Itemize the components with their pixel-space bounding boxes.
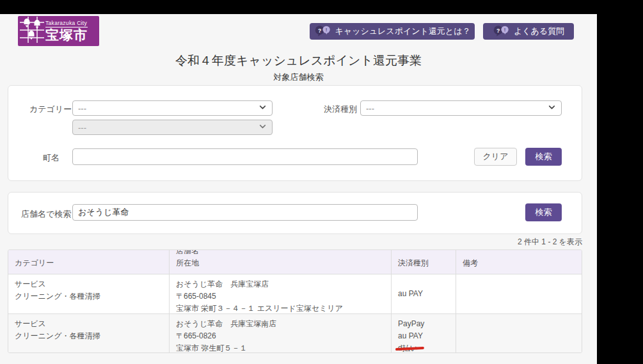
results-count: 2 件中 1 - 2 を表示 xyxy=(8,237,582,248)
chevron-down-icon xyxy=(258,103,267,113)
filter-search-button[interactable]: 検索 xyxy=(525,148,562,166)
faq-button[interactable]: ? ! よくある質問 xyxy=(483,23,574,40)
payment-type-select[interactable]: --- xyxy=(360,100,562,116)
logo-city-name: 宝塚市 xyxy=(45,28,88,42)
cell-store-address: おそうじ革命 兵庫宝塚店 〒665-0845 宝塚市 栄町３－４－１ エスリード… xyxy=(170,274,392,314)
logo-text: Takarazuka City 宝塚市 xyxy=(45,20,90,42)
header-note: 備考 xyxy=(456,250,582,274)
page-subtitle: 対象店舗検索 xyxy=(0,72,597,83)
chevron-down-icon xyxy=(548,103,556,113)
annotated-payment: d払い xyxy=(398,342,418,352)
category-select[interactable]: --- xyxy=(72,100,273,116)
cell-category: サービス クリーニング・各種清掃 xyxy=(8,274,170,314)
store-name-search-label: 店舗名で検索 xyxy=(21,209,71,220)
payment-type-label: 決済種別 xyxy=(324,104,357,115)
header-store-address: 店舗名 所在地 xyxy=(170,250,392,274)
page-background: Takarazuka City 宝塚市 ? ! キャッシュレスポイント還元とは？ xyxy=(0,14,597,364)
payment-type-select-value: --- xyxy=(366,104,374,113)
town-label: 町名 xyxy=(43,152,60,164)
takarazuka-city-logo[interactable]: Takarazuka City 宝塚市 xyxy=(18,16,99,46)
svg-text:!: ! xyxy=(325,27,327,33)
store-name-search-button[interactable]: 検索 xyxy=(525,203,562,221)
store-name-input[interactable] xyxy=(72,204,418,221)
bellflower-logo-icon xyxy=(20,17,44,45)
subcategory-select[interactable]: --- xyxy=(72,120,273,135)
table-row: サービス クリーニング・各種清掃 おそうじ革命 兵庫宝塚店 〒665-0845 … xyxy=(8,274,582,314)
town-input[interactable] xyxy=(72,148,418,165)
screen: Takarazuka City 宝塚市 ? ! キャッシュレスポイント還元とは？ xyxy=(0,0,643,364)
cell-store-address: おそうじ革命 兵庫宝塚南店 〒665-0826 宝塚市 弥生町５－１ xyxy=(170,314,392,352)
faq-label: よくある質問 xyxy=(514,26,564,37)
qa-bubbles-icon: ? ! xyxy=(314,25,331,38)
filter-panel: カテゴリー --- 決済種別 --- --- 町名 xyxy=(8,85,582,181)
svg-text:?: ? xyxy=(318,27,321,33)
logo-tagline: Takarazuka City xyxy=(45,20,88,28)
store-name-search-panel: 店舗名で検索 検索 xyxy=(8,192,582,234)
cell-payment: au PAY xyxy=(392,274,456,314)
table-row: サービス クリーニング・各種清掃 おそうじ革命 兵庫宝塚南店 〒665-0826… xyxy=(8,314,582,352)
subcategory-select-value: --- xyxy=(78,123,86,132)
header-payment: 決済種別 xyxy=(392,250,456,274)
about-cashless-point-label: キャッシュレスポイント還元とは？ xyxy=(335,26,471,37)
cell-note xyxy=(456,274,582,314)
chevron-down-icon xyxy=(258,122,267,132)
category-select-value: --- xyxy=(78,104,86,113)
cell-note xyxy=(456,314,582,352)
results-table: カテゴリー 店舗名 所在地 決済種別 備考 サービス クリーニング・各種清掃 xyxy=(8,249,582,353)
header-category: カテゴリー xyxy=(8,250,170,274)
about-cashless-point-button[interactable]: ? ! キャッシュレスポイント還元とは？ xyxy=(310,23,475,40)
clear-button[interactable]: クリア xyxy=(474,148,517,166)
page-title: 令和４年度キャッシュレスポイント還元事業 xyxy=(0,52,597,69)
svg-text:?: ? xyxy=(496,27,500,33)
qa-bubbles-icon: ? ! xyxy=(493,25,509,38)
svg-text:!: ! xyxy=(504,27,506,33)
cell-category: サービス クリーニング・各種清掃 xyxy=(8,314,170,352)
category-label: カテゴリー xyxy=(29,104,72,115)
cell-payment: PayPay au PAY d払い xyxy=(392,314,456,352)
table-header-row: カテゴリー 店舗名 所在地 決済種別 備考 xyxy=(8,250,582,274)
